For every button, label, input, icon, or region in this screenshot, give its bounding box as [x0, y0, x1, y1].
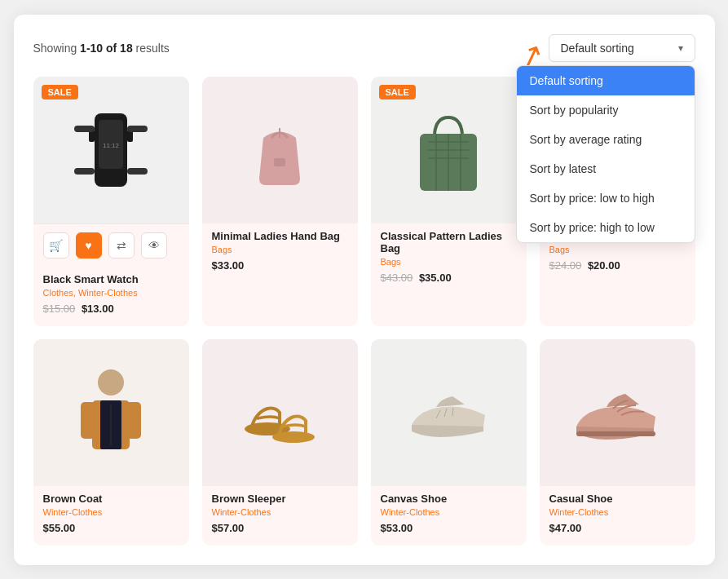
- price-new: $53.00: [381, 522, 413, 534]
- product-card: SALE 11:12 🛒 ♥ ⇄ 👁: [33, 77, 189, 326]
- product-price: $47.00: [549, 522, 686, 534]
- product-category: Bags: [549, 245, 686, 254]
- sort-label: Default sorting: [561, 42, 634, 55]
- quickview-button[interactable]: 👁: [141, 232, 167, 259]
- product-illustration: [227, 97, 333, 203]
- product-price: $43.00 $35.00: [381, 272, 517, 284]
- product-name: Canvas Shoe: [381, 493, 517, 505]
- product-image: [202, 77, 358, 223]
- chevron-down-icon: ▾: [678, 42, 683, 54]
- product-name: Black Smart Watch: [43, 273, 179, 285]
- product-category: Winter-Clothes: [43, 507, 179, 517]
- results-range: 1-10 of 18: [80, 42, 133, 55]
- product-category: Bags: [212, 245, 348, 254]
- product-price: $15.00 $13.00: [43, 303, 179, 315]
- svg-rect-6: [127, 126, 148, 132]
- product-card: Brown Coat Winter-Clothes $55.00: [33, 339, 189, 546]
- svg-point-19: [98, 369, 124, 396]
- results-text: Showing 1-10 of 18 results: [33, 42, 170, 55]
- product-illustration: [58, 360, 164, 466]
- sort-wrapper: Default sorting ▾ Default sorting Sort b…: [549, 34, 695, 62]
- wishlist-button[interactable]: ♥: [76, 232, 102, 259]
- product-card: Minimal Ladies Hand Bag Bags $33.00: [202, 77, 358, 326]
- product-price: $24.00 $20.00: [549, 259, 686, 272]
- product-name: Brown Coat: [43, 493, 179, 505]
- product-image: [33, 339, 189, 486]
- price-new: $20.00: [588, 259, 620, 272]
- price-old: $43.00: [381, 272, 413, 284]
- compare-button[interactable]: ⇄: [108, 232, 135, 259]
- product-image: SALE: [371, 77, 527, 223]
- product-image: [371, 339, 527, 486]
- product-card: Canvas Shoe Winter-Clothes $53.00: [371, 339, 527, 546]
- product-illustration: 11:12: [58, 97, 164, 203]
- product-image: SALE 11:12: [33, 77, 189, 223]
- product-category: Winter-Clothes: [212, 507, 348, 517]
- product-card: Casual Shoe Winter-Clothes $47.00: [540, 339, 695, 546]
- product-illustration: [564, 360, 670, 466]
- product-price: $33.00: [212, 259, 348, 272]
- svg-rect-8: [127, 168, 148, 175]
- product-price: $53.00: [381, 522, 517, 534]
- sort-option-price-low[interactable]: Sort by price: low to high: [517, 183, 695, 213]
- svg-text:11:12: 11:12: [103, 142, 120, 149]
- sort-option-popularity[interactable]: Sort by popularity: [517, 95, 695, 125]
- price-new: $35.00: [419, 272, 452, 284]
- sale-badge: SALE: [42, 85, 78, 99]
- sale-badge: SALE: [379, 85, 416, 99]
- price-new: $47.00: [549, 522, 582, 534]
- sort-button[interactable]: Default sorting ▾: [549, 34, 695, 62]
- product-price: $57.00: [212, 522, 348, 534]
- results-suffix: results: [133, 42, 170, 55]
- sort-option-rating[interactable]: Sort by average rating: [517, 125, 695, 154]
- product-illustration: [227, 360, 333, 466]
- top-bar: Showing 1-10 of 18 results Default sorti…: [33, 34, 695, 62]
- svg-rect-22: [126, 402, 141, 439]
- product-illustration: [395, 97, 501, 203]
- svg-rect-30: [576, 431, 655, 436]
- product-category: Winter-Clothes: [381, 507, 517, 517]
- sort-option-latest[interactable]: Sort by latest: [517, 154, 695, 183]
- cart-button[interactable]: 🛒: [43, 232, 69, 259]
- product-info: Casual Shoe Winter-Clothes $47.00: [540, 486, 695, 546]
- price-new: $13.00: [82, 303, 114, 315]
- product-card: SALE Classical Pattern Ladies Bag Bags: [371, 77, 527, 326]
- product-name: Brown Sleeper: [212, 493, 348, 505]
- sort-option-default[interactable]: Default sorting: [517, 66, 695, 95]
- price-old: $15.00: [43, 303, 76, 315]
- price-new: $55.00: [43, 522, 76, 534]
- main-container: ↗ Showing 1-10 of 18 results Default sor…: [14, 15, 715, 565]
- product-card: Brown Sleeper Winter-Clothes $57.00: [202, 339, 358, 546]
- product-image: [202, 339, 358, 486]
- svg-rect-7: [74, 168, 95, 175]
- product-info: Canvas Shoe Winter-Clothes $53.00: [371, 486, 527, 546]
- svg-rect-9: [274, 158, 285, 166]
- results-prefix: Showing: [33, 42, 81, 55]
- product-name: Minimal Ladies Hand Bag: [212, 230, 348, 242]
- product-name: Classical Pattern Ladies Bag: [381, 230, 517, 254]
- product-actions: 🛒 ♥ ⇄ 👁: [33, 223, 189, 267]
- product-illustration: [395, 360, 501, 466]
- product-name: Casual Shoe: [549, 493, 686, 505]
- product-info: Minimal Ladies Hand Bag Bags $33.00: [202, 223, 358, 283]
- product-category: Clothes, Winter-Clothes: [43, 288, 179, 298]
- sort-dropdown: Default sorting Sort by popularity Sort …: [516, 65, 695, 243]
- product-price: $55.00: [43, 522, 179, 534]
- product-category: Winter-Clothes: [549, 507, 686, 517]
- price-old: $24.00: [549, 259, 582, 272]
- svg-rect-21: [81, 402, 95, 439]
- product-category: Bags: [381, 257, 517, 267]
- price-new: $33.00: [212, 259, 245, 272]
- price-new: $57.00: [212, 522, 245, 534]
- product-info: Brown Coat Winter-Clothes $55.00: [33, 486, 189, 546]
- svg-rect-5: [74, 126, 95, 132]
- product-info: Classical Pattern Ladies Bag Bags $43.00…: [371, 223, 527, 295]
- sort-option-price-high[interactable]: Sort by price: high to low: [517, 213, 695, 242]
- product-info: Black Smart Watch Clothes, Winter-Clothe…: [33, 267, 189, 326]
- product-image: [540, 339, 695, 486]
- product-info: Brown Sleeper Winter-Clothes $57.00: [202, 486, 358, 546]
